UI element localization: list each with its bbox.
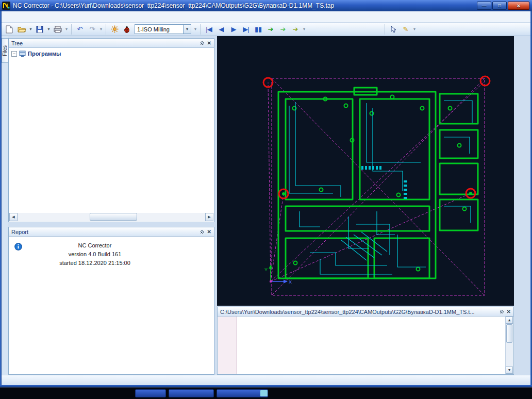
pin-icon[interactable] [500, 309, 504, 314]
gcode-file-path: C:\Users\Yuri\Downloads\sensor_ttp224\se… [220, 309, 475, 315]
graphics-viewport[interactable]: Y X [217, 36, 514, 306]
dashed-outline-group [268, 78, 485, 295]
menu-bar [2, 11, 530, 23]
tree-panel-header: Tree ✕ [9, 39, 214, 48]
gcode-panel: C:\Users\Yuri\Downloads\sensor_ttp224\se… [217, 307, 514, 375]
report-body: NC Corrector version 4.0 Build 161 start… [9, 237, 213, 374]
pause-button[interactable]: ▮▮ [253, 24, 264, 35]
save-file-dropdown-icon[interactable]: ▾ [46, 27, 51, 31]
taskbar-icon[interactable] [260, 390, 268, 396]
report-started: started 18.12.2020 21:15:00 [30, 259, 159, 268]
undo-button[interactable]: ↶ [74, 24, 86, 35]
close-panel-icon[interactable]: ✕ [207, 229, 211, 235]
toolbar-separator [200, 24, 201, 35]
select-cursor-button[interactable] [388, 24, 399, 35]
taskbar-strip [0, 387, 532, 399]
scroll-thumb[interactable] [506, 324, 512, 343]
app-icon [2, 2, 10, 10]
gcode-gutter [218, 317, 237, 374]
play-button[interactable]: ▶ [228, 24, 239, 35]
main-toolbar: ▾ ▾ ▾ ↶ ↷ ▾ 1-ISO Milling ▾ ▾ |◀ ◀ ▶ ▶| … [2, 23, 530, 36]
status-bar [2, 375, 530, 385]
new-file-button[interactable] [4, 24, 15, 35]
tree-body: − Программы [9, 48, 213, 213]
tree-root[interactable]: − Программы [9, 49, 213, 58]
report-panel-header: Report ✕ [9, 227, 214, 237]
pin-icon[interactable] [200, 41, 205, 45]
report-version: version 4.0 Build 161 [30, 250, 159, 259]
scroll-down-icon[interactable]: ▼ [506, 367, 513, 374]
step-over-button[interactable]: ➔ [290, 24, 301, 35]
milling-path-group [278, 88, 478, 278]
minimize-button[interactable]: — [477, 2, 491, 10]
report-app-name: NC Corrector [30, 241, 159, 250]
scroll-thumb[interactable] [90, 213, 137, 221]
scroll-right-icon[interactable]: ▶ [205, 213, 213, 221]
print-button[interactable] [52, 24, 63, 35]
tree-panel: Tree ✕ − Программы ◀ ▶ [8, 38, 214, 222]
milling-mode-select[interactable]: 1-ISO Milling ▾ [135, 24, 191, 34]
scroll-left-icon[interactable]: ◀ [9, 213, 18, 221]
edit-pencil-button[interactable]: ✎ [400, 24, 411, 35]
close-panel-icon[interactable]: ✕ [207, 41, 211, 46]
go-last-button[interactable]: ▶| [240, 24, 252, 35]
tree-root-label: Программы [28, 51, 61, 57]
gcode-vertical-scrollbar[interactable]: ▲ ▼ [505, 317, 513, 374]
docked-tab-strip: Files [2, 36, 8, 375]
window-title: NC Corrector - C:\Users\Yuri\Downloads\s… [13, 2, 334, 9]
open-file-dropdown-icon[interactable]: ▾ [28, 27, 33, 31]
milling-mode-value: 1-ISO Milling [135, 26, 183, 32]
step-back-button[interactable]: ◀ [215, 24, 227, 35]
pcb-drawing: Y X [217, 36, 514, 306]
toolbar-overflow-icon[interactable]: ▾ [100, 27, 102, 31]
debug-bug-button[interactable] [121, 24, 132, 35]
run-to-cursor-button[interactable]: ➔ [277, 24, 289, 35]
settings-button[interactable] [109, 24, 120, 35]
close-panel-icon[interactable]: ✕ [507, 309, 511, 314]
report-panel-title: Report [11, 229, 28, 235]
window-controls: — □ ✕ [477, 2, 530, 10]
go-first-button[interactable]: |◀ [203, 24, 214, 35]
gcode-editor[interactable]: ▲ ▼ [218, 317, 513, 374]
title-bar: NC Corrector - C:\Users\Yuri\Downloads\s… [0, 0, 532, 11]
gcode-panel-header: C:\Users\Yuri\Downloads\sensor_ttp224\se… [218, 307, 513, 317]
toolbar-overflow-icon[interactable]: ▾ [65, 27, 68, 31]
taskbar-button[interactable] [169, 389, 214, 397]
save-file-button[interactable] [34, 24, 45, 35]
toolbar-overflow-icon[interactable]: ▾ [413, 27, 415, 31]
toolbar-separator [385, 24, 385, 35]
gcode-code[interactable] [237, 317, 505, 374]
collapse-icon[interactable]: − [11, 51, 17, 57]
files-tab[interactable]: Files [2, 38, 8, 63]
maximize-button[interactable]: □ [492, 2, 507, 10]
toolbar-separator [106, 24, 106, 35]
run-button[interactable]: ➔ [265, 24, 276, 35]
axis-x-label: X [289, 279, 292, 285]
report-panel: Report ✕ NC Corrector version 4.0 Build … [8, 227, 214, 375]
tree-horizontal-scrollbar[interactable]: ◀ ▶ [9, 213, 213, 221]
taskbar-button[interactable] [135, 389, 166, 397]
drill-center [282, 192, 285, 195]
drill-center [469, 192, 472, 195]
trace-group [289, 101, 472, 274]
report-app-info: NC Corrector version 4.0 Build 161 start… [30, 241, 159, 268]
toolbar-separator [71, 24, 72, 35]
toolbar-overflow-icon[interactable]: ▾ [194, 27, 196, 31]
info-icon [14, 243, 22, 251]
combo-dropdown-icon[interactable]: ▾ [183, 25, 191, 34]
programs-icon [19, 51, 26, 57]
scroll-up-icon[interactable]: ▲ [506, 317, 513, 324]
redo-button[interactable]: ↷ [87, 24, 98, 35]
toolbar-overflow-icon[interactable]: ▾ [303, 27, 305, 31]
pin-icon[interactable] [200, 229, 205, 234]
close-button[interactable]: ✕ [508, 2, 529, 10]
open-file-button[interactable] [16, 24, 27, 35]
scroll-track[interactable] [18, 213, 205, 221]
axis-y-label: Y [264, 267, 268, 272]
tree-panel-title: Tree [11, 40, 23, 46]
